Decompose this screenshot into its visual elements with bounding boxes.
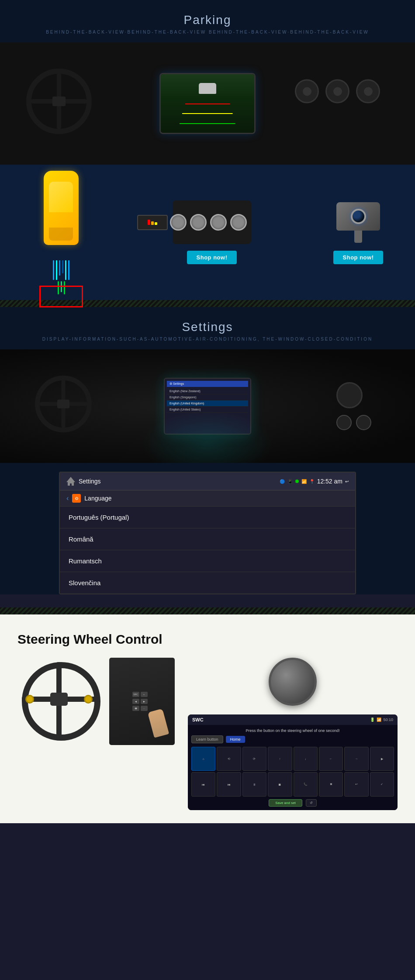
language-item-4[interactable]: Slovenčina [60, 572, 355, 594]
swc-icon-ok[interactable]: ✓ [370, 772, 394, 796]
knob-control-1 [295, 79, 319, 104]
wifi-icon: 📶 [301, 479, 307, 484]
ctrl-btn-mode: ◀ [132, 699, 139, 704]
ctrl-btn-phone: ☎ [132, 706, 139, 711]
back-arrow-btn[interactable]: ‹ [66, 494, 69, 502]
backup-line-red [185, 104, 230, 104]
dashboard-controls-right [295, 79, 380, 104]
steering-right: SWC 🔋 📶 50:10 Press the button on the st… [188, 658, 398, 810]
settings-lang-item-1: English (New Zealand) [167, 388, 248, 394]
swc-save-button[interactable]: Save and set [269, 799, 302, 807]
swc-icon-pause[interactable]: ⏸ [242, 772, 266, 796]
settings-ui-panel: Settings 🔵 📱 📶 📍 12:52 am ↩ ‹ ⚙ Language… [59, 472, 356, 594]
parking-items-row: Shop now! Shop now! [0, 165, 415, 300]
steering-section: Steering Wheel Control [0, 614, 415, 823]
sensor-unit-3 [210, 214, 227, 231]
gear-icon: ⚙ [72, 494, 81, 503]
button-cluster: SRC + ◀ ▶ ☎ - [132, 692, 148, 711]
phone-icon: 📱 [287, 479, 293, 484]
sensor-display [137, 215, 168, 230]
swc-icon-left[interactable]: ← [319, 747, 343, 771]
steering-left: SRC + ◀ ▶ ☎ - [17, 658, 175, 745]
parking-title: Parking [0, 13, 415, 27]
swc-instruction: Press the button on the steering wheel o… [191, 728, 394, 733]
swc-time: 50:10 [383, 718, 393, 722]
knob-control-3 [356, 79, 380, 104]
settings-knob-1 [336, 382, 363, 408]
bluetooth-icon: 🔵 [280, 479, 285, 484]
swc-battery-icon: 🔋 [370, 718, 375, 722]
camera-product-image [330, 200, 387, 244]
swc-icon-return[interactable]: ↩ [344, 772, 368, 796]
swc-status-row: 🔋 📶 50:10 [370, 718, 393, 722]
swc-icon-back[interactable]: ⟲ [217, 747, 241, 771]
settings-btn-2 [356, 415, 371, 430]
sw-right-button [84, 695, 93, 704]
swc-header: SWC 🔋 📶 50:10 [188, 714, 398, 725]
swc-home-button[interactable]: Home [226, 736, 245, 743]
parking-dashboard-image [0, 42, 415, 165]
swc-icon-home[interactable]: ⌂ [191, 747, 215, 771]
swc-icon-prev[interactable]: ⏮ [191, 772, 215, 796]
settings-title: Settings [0, 320, 415, 334]
swc-icon-down[interactable]: ↓ [294, 747, 318, 771]
camera-mount [354, 231, 362, 243]
settings-ui-title: Settings [79, 478, 101, 485]
yellow-car-body [44, 171, 79, 245]
ctrl-btn-src: SRC [132, 692, 139, 697]
swc-icon-play[interactable]: ▶ [370, 747, 394, 771]
settings-header-title-row: Settings [66, 477, 101, 486]
sensor-unit-2 [190, 214, 207, 231]
camera-body-wrapper [336, 202, 380, 243]
settings-steering-wheel [35, 376, 96, 437]
swc-icons-grid: ⌂ ⟲ ⟳ ↑ ↓ ← → ▶ ⏮ ⏭ ⏸ ⏹ 📞 ✖ ↩ [191, 747, 394, 797]
swc-icon-phone[interactable]: 📞 [294, 772, 318, 796]
swc-icon-close[interactable]: ✖ [319, 772, 343, 796]
swc-icon-stop[interactable]: ⏹ [268, 772, 292, 796]
settings-btn-1 [336, 415, 352, 430]
swc-body: Press the button on the steering wheel o… [188, 725, 398, 810]
parking-zone-red [39, 286, 83, 307]
swc-learn-button[interactable]: Learn button [191, 735, 223, 743]
yellow-car-visual [17, 178, 105, 287]
signal-indicator [295, 480, 299, 483]
swc-signal-icon: 📶 [377, 718, 381, 722]
language-item-2[interactable]: Română [60, 528, 355, 550]
parking-distance-lines [53, 260, 69, 280]
settings-right-controls [336, 382, 371, 430]
settings-screen-header: ⚙ Settings [167, 381, 248, 387]
center-screen [159, 73, 256, 134]
home-icon [66, 477, 75, 486]
backup-camera-view [161, 74, 254, 133]
swc-icon-right[interactable]: → [344, 747, 368, 771]
swc-learn-row: Learn button Home [191, 735, 394, 743]
hand-controls-visual: SRC + ◀ ▶ ☎ - [109, 658, 175, 745]
parking-section: Parking BEHIND-THE-BACK-VIEW·BEHIND-THE-… [0, 0, 415, 300]
steering-wheel-visual [17, 658, 100, 741]
swc-title: SWC [192, 717, 204, 722]
sensor-unit-4 [230, 214, 247, 231]
swc-reset-button[interactable]: ↺ [306, 799, 317, 807]
language-item-3[interactable]: Rumantsch [60, 550, 355, 572]
steering-wheel-image [17, 658, 105, 745]
sensor-unit-1 [170, 214, 187, 231]
steering-wheel-left [26, 69, 96, 138]
language-item-1[interactable]: Português (Portugal) [60, 507, 355, 528]
settings-lang-item-2: English (Singapore) [167, 394, 248, 400]
settings-lang-item-3: English (United Kingdom) [167, 400, 248, 407]
teal-glow-effect [142, 411, 273, 463]
camera-body [336, 202, 380, 231]
swc-icon-forward[interactable]: ⟳ [242, 747, 266, 771]
btn-row-1: SRC + [132, 692, 148, 697]
swc-icon-next[interactable]: ⏭ [217, 772, 241, 796]
settings-ui-header: Settings 🔵 📱 📶 📍 12:52 am ↩ [60, 473, 355, 490]
btn-row-2: ◀ ▶ [132, 699, 148, 704]
sensor-shop-now-button[interactable]: Shop now! [187, 251, 237, 264]
language-list: Português (Portugal) Română Rumantsch Sl… [60, 507, 355, 594]
settings-section: Settings DISPLAY-INFORMATION-SUCH-AS-AUT… [0, 307, 415, 594]
camera-shop-now-button[interactable]: Shop now! [333, 251, 384, 264]
finger-visual [148, 708, 169, 738]
volume-knob [269, 658, 317, 706]
swc-icon-up[interactable]: ↑ [268, 747, 292, 771]
ctrl-btn-vol-down: - [141, 706, 148, 711]
